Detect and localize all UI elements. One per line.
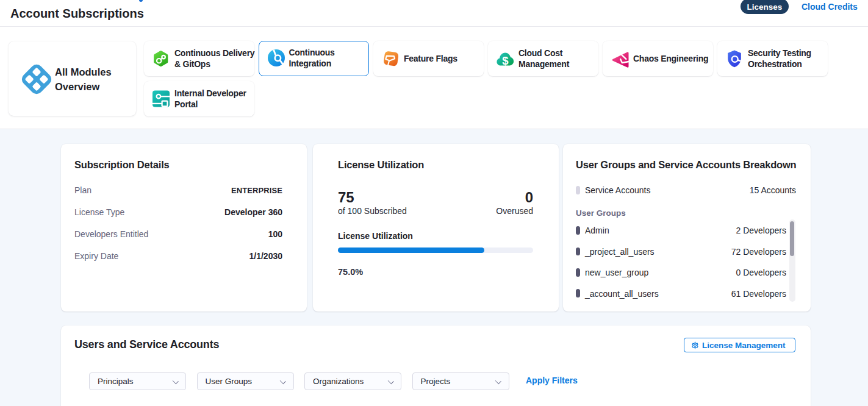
svg-text:$: $ <box>502 54 509 67</box>
